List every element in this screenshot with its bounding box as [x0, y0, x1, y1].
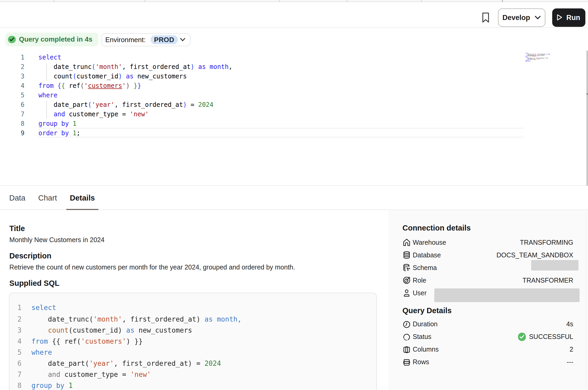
detail-label: User	[413, 289, 427, 297]
line-number: 1	[9, 302, 22, 313]
columns-icon	[402, 346, 410, 353]
code-line: count(customer_id) as new_customers	[32, 324, 242, 336]
tab-separator	[54, 0, 54, 2]
sql-line-numbers: 123456789	[9, 302, 22, 390]
app-root: Develop Run Query completed in 4s Enviro…	[0, 0, 588, 390]
supplied-sql-heading: Supplied SQL	[9, 279, 59, 287]
line-number: 4	[9, 336, 22, 347]
connection-details-heading: Connection details	[402, 223, 471, 232]
line-number: 2	[9, 313, 22, 324]
editor-code[interactable]: select date_trunc('month', first_ordered…	[38, 52, 232, 138]
play-icon	[557, 14, 562, 21]
line-number: 6	[0, 100, 24, 109]
detail-value: TRANSFORMER	[522, 277, 573, 284]
tab-chart[interactable]: Chart	[34, 186, 61, 209]
warehouse-icon	[402, 238, 410, 246]
tab-separator	[279, 0, 279, 2]
detail-value: DOCS_TEAM_SANDBOX	[496, 251, 573, 259]
detail-label: Columns	[413, 346, 439, 353]
detail-row-role: RoleTRANSFORMER	[402, 274, 573, 287]
line-number: 7	[9, 369, 22, 380]
line-number: 3	[9, 324, 22, 336]
chevron-down-icon	[180, 38, 185, 42]
code-line: date_trunc('month', first_ordered_at) as…	[32, 313, 242, 324]
code-line: group by 1	[32, 380, 242, 390]
code-line: date_part('year', first_ordered_at) = 20…	[525, 57, 550, 58]
query-status-text: Query completed in 4s	[19, 36, 92, 43]
tab-separator	[421, 0, 422, 2]
line-number: 5	[0, 90, 24, 100]
develop-label: Develop	[502, 14, 530, 22]
indent-guide	[46, 101, 47, 118]
tab-data[interactable]: Data	[6, 186, 29, 209]
line-number: 9	[0, 128, 24, 138]
code-line: date_part('year', first_ordered_at) = 20…	[38, 100, 232, 109]
code-line: group by 1	[38, 119, 232, 128]
environment-select[interactable]: Environment: PROD	[101, 33, 191, 46]
tab-separator	[502, 0, 503, 2]
sql-code: select date_trunc('month', first_ordered…	[32, 302, 242, 390]
detail-label: Duration	[413, 321, 438, 328]
line-number: 2	[0, 62, 24, 71]
editor-active-line	[38, 128, 524, 137]
environment-label: Environment:	[105, 36, 146, 44]
run-label: Run	[566, 14, 580, 22]
develop-dropdown[interactable]: Develop	[498, 8, 545, 27]
description-value: Retrieve the count of new customers per …	[9, 263, 295, 271]
detail-value: 2	[570, 346, 573, 353]
detail-value: 4s	[566, 321, 573, 328]
detail-row-status: StatusSUCCESSFUL	[402, 331, 573, 343]
minimap-code: select date_trunc('month', first_ordered…	[525, 52, 550, 62]
query-details-heading: Query Details	[402, 306, 452, 314]
environment-value-badge: PROD	[150, 35, 178, 44]
code-line: and customer_type = 'new'	[38, 109, 232, 119]
detail-value: SUCCESSFUL	[518, 333, 573, 341]
code-line: order by 1;	[525, 61, 550, 62]
detail-label: Schema	[413, 264, 437, 271]
detail-row-duration: Duration4s	[402, 318, 573, 331]
run-button[interactable]: Run	[552, 8, 585, 27]
page-scrollbar-gutter	[586, 210, 588, 390]
code-line: from {{ ref('customers') }}	[525, 56, 550, 57]
supplied-sql-code-block: 123456789 select date_trunc('month', fir…	[9, 293, 377, 390]
success-check-icon	[518, 333, 526, 341]
query-status-pill: Query completed in 4s	[5, 33, 99, 46]
code-line: from {{ ref('customers') }}	[32, 336, 242, 347]
detail-row-columns: Columns2	[402, 343, 573, 356]
code-line: count(customer_id) as new_customers	[38, 71, 232, 81]
editor-minimap[interactable]: select date_trunc('month', first_ordered…	[525, 52, 550, 62]
line-number: 6	[9, 358, 22, 369]
database-icon	[402, 251, 410, 259]
code-line: date_trunc('month', first_ordered_at) as…	[38, 62, 232, 71]
code-line: date_part('year', first_ordered_at) = 20…	[32, 358, 242, 369]
description-heading: Description	[9, 251, 52, 260]
role-icon	[402, 276, 410, 284]
tab-details[interactable]: Details	[66, 186, 98, 209]
editor-scrollbar-thumb[interactable]	[586, 93, 588, 95]
editor-scrollbar[interactable]	[586, 51, 588, 186]
chevron-down-icon	[535, 16, 541, 19]
code-line: date_trunc('month', first_ordered_at) as…	[525, 53, 550, 54]
detail-row-rows: Rows---	[402, 356, 573, 368]
code-line: select	[525, 52, 550, 53]
code-line: select	[32, 302, 242, 313]
duration-icon	[402, 320, 410, 328]
check-circle-icon	[8, 36, 16, 43]
line-number: 4	[0, 81, 24, 90]
tab-separator	[145, 0, 145, 2]
detail-label: Database	[413, 251, 441, 259]
code-line: from {{ ref('customers') }}	[38, 81, 232, 90]
code-line: where	[32, 347, 242, 358]
title-heading: Title	[9, 224, 25, 232]
browser-tab-strip	[0, 0, 588, 2]
result-tab-bar: DataChartDetails	[0, 186, 588, 210]
toolbar: Develop Run	[0, 2, 588, 28]
detail-label: Warehouse	[413, 239, 446, 246]
line-number: 3	[0, 71, 24, 81]
line-number: 7	[0, 109, 24, 119]
detail-row-database: DatabaseDOCS_TEAM_SANDBOX	[402, 249, 573, 261]
detail-value: TRANSFORMING	[520, 239, 573, 246]
status-icon	[402, 333, 410, 341]
indent-guide	[46, 63, 47, 80]
bookmark-icon[interactable]	[480, 13, 492, 23]
